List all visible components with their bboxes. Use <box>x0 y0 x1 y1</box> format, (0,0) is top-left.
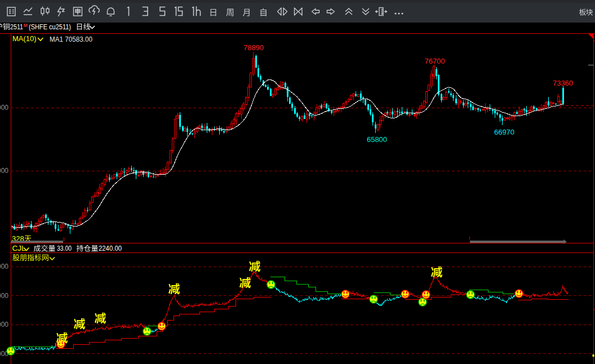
svg-text:M: M <box>24 23 28 28</box>
svg-text:MA1 70583.00: MA1 70583.00 <box>50 35 92 43</box>
svg-text:2511: 2511 <box>10 23 23 31</box>
svg-text:76700: 76700 <box>424 57 445 65</box>
svg-text:450000: 450000 <box>0 263 8 270</box>
svg-text:(SHFE cu2511): (SHFE cu2511) <box>29 23 71 31</box>
svg-text:65800: 65800 <box>367 135 387 144</box>
svg-text:33.00: 33.00 <box>57 244 72 252</box>
svg-text:2240.00: 2240.00 <box>99 244 122 252</box>
svg-text:MA(10): MA(10) <box>12 34 37 43</box>
svg-text:78890: 78890 <box>243 43 264 52</box>
svg-text:75000: 75000 <box>0 104 8 112</box>
svg-text:70000: 70000 <box>0 167 8 175</box>
svg-text:350000: 350000 <box>0 321 8 329</box>
svg-text:400000: 400000 <box>0 292 8 300</box>
svg-text:73360: 73360 <box>553 79 573 87</box>
svg-text:66970: 66970 <box>494 128 514 136</box>
